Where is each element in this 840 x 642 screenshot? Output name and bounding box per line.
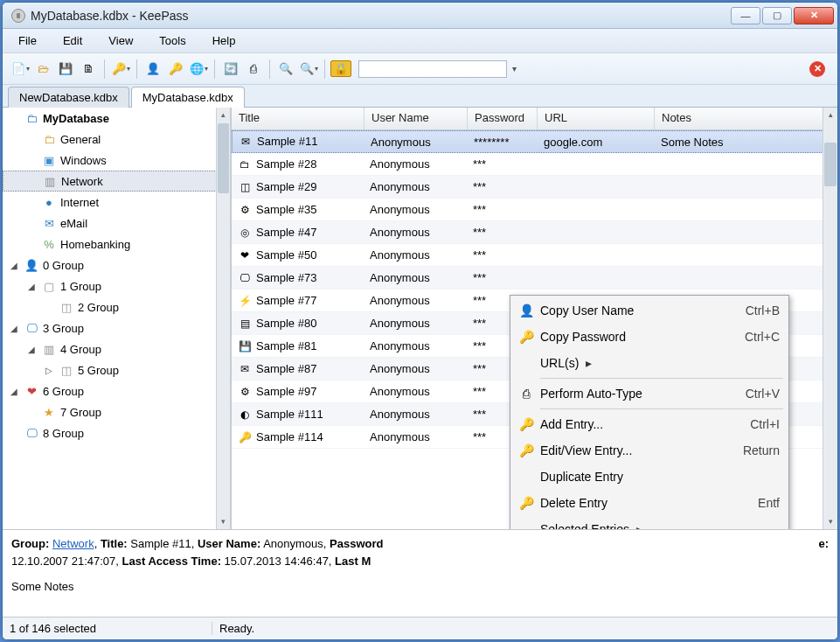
tree-item-label: 1 Group: [60, 280, 101, 293]
entry-icon: ◎: [237, 226, 253, 240]
tree-twisty-icon[interactable]: ◢: [8, 261, 20, 270]
menu-view[interactable]: View: [103, 32, 138, 49]
menu-item-shortcut: Ctrl+B: [746, 304, 780, 318]
url-button[interactable]: 🌐: [188, 59, 209, 80]
tree-twisty-icon[interactable]: ▷: [43, 366, 55, 375]
tab-mydatabase[interactable]: MyDatabase.kdbx: [131, 87, 245, 108]
tree-item[interactable]: ◢👤0 Group: [3, 255, 231, 276]
col-password[interactable]: Password: [468, 108, 538, 129]
menu-item-label: Copy User Name: [540, 304, 746, 318]
tree-twisty-icon[interactable]: ◢: [8, 324, 20, 333]
menu-item[interactable]: 🔑Copy PasswordCtrl+C: [512, 324, 787, 350]
entry-user: Anonymous: [364, 157, 468, 171]
save-button[interactable]: 💾: [55, 59, 76, 80]
col-title[interactable]: Title: [232, 108, 364, 129]
detail-group-link[interactable]: Network: [52, 537, 94, 550]
new-db-button[interactable]: 📄: [10, 59, 31, 80]
menu-item[interactable]: 🔑Add Entry...Ctrl+I: [512, 411, 787, 437]
maximize-button[interactable]: ▢: [762, 7, 792, 24]
tree-item[interactable]: ●Internet: [3, 192, 231, 213]
titlebar[interactable]: MyDatabase.kdbx - KeePass — ▢ ✕: [3, 3, 837, 29]
close-button[interactable]: ✕: [794, 7, 834, 24]
search-input[interactable]: [358, 60, 507, 78]
find-drop-button[interactable]: 🔍: [298, 59, 319, 80]
tree-item-label: Internet: [60, 196, 99, 209]
tree-item[interactable]: ◢🖵3 Group: [3, 318, 231, 338]
menu-file[interactable]: File: [13, 32, 42, 49]
scroll-up-icon[interactable]: ▴: [217, 108, 230, 122]
tree-item-icon: ▢: [41, 278, 57, 294]
entry-icon: ❤: [237, 248, 253, 262]
entry-row[interactable]: ❤Sample #50Anonymous***: [232, 244, 837, 267]
scroll-up-icon[interactable]: ▴: [823, 108, 837, 122]
context-menu: 👤Copy User NameCtrl+B🔑Copy PasswordCtrl+…: [510, 295, 789, 529]
scroll-down-icon[interactable]: ▾: [823, 514, 837, 529]
menu-help[interactable]: Help: [207, 32, 241, 49]
save-all-button[interactable]: 🗎: [78, 59, 99, 80]
autotype-nav-button[interactable]: 🔄: [220, 59, 241, 80]
find-button[interactable]: 🔍: [275, 59, 296, 80]
col-url[interactable]: URL: [538, 108, 655, 129]
scroll-thumb[interactable]: [824, 143, 837, 186]
tree-item-icon: 🗀: [41, 131, 57, 147]
tree-item-label: 5 Group: [78, 364, 119, 377]
tree-scrollbar[interactable]: ▴ ▾: [216, 108, 231, 529]
tree-item[interactable]: ◢▥4 Group: [3, 338, 231, 359]
col-user[interactable]: User Name: [364, 108, 468, 129]
menu-item[interactable]: URL(s): [512, 350, 787, 376]
menu-item[interactable]: 🔑Edit/View Entry...Return: [512, 437, 787, 464]
group-tree[interactable]: 🗀MyDatabase🗀General▣Windows▥Network●Inte…: [3, 108, 232, 529]
menu-item[interactable]: Duplicate Entry: [512, 464, 787, 490]
key-button[interactable]: 🔑: [110, 59, 131, 80]
copy-user-button[interactable]: 👤: [142, 59, 163, 80]
tree-item[interactable]: 🗀MyDatabase: [3, 108, 231, 129]
menu-item[interactable]: 👤Copy User NameCtrl+B: [512, 297, 787, 324]
list-scrollbar[interactable]: ▴ ▾: [823, 108, 837, 529]
tree-item-icon: 🖵: [24, 320, 39, 336]
menubar: File Edit View Tools Help: [3, 29, 837, 53]
tree-item[interactable]: ◫2 Group: [3, 297, 231, 318]
tree-item[interactable]: ▣Windows: [3, 150, 231, 171]
autotype-button[interactable]: ⎙: [243, 59, 264, 80]
entry-row[interactable]: ⚙Sample #35Anonymous***: [232, 199, 837, 221]
entry-title: Sample #29: [256, 180, 316, 193]
tree-item[interactable]: 🗀General: [3, 129, 231, 150]
tree-item[interactable]: %Homebanking: [3, 234, 231, 255]
minimize-button[interactable]: —: [731, 7, 760, 24]
tree-twisty-icon[interactable]: ◢: [8, 387, 20, 396]
tree-item[interactable]: ◢❤6 Group: [3, 380, 231, 401]
scroll-thumb[interactable]: [218, 123, 229, 193]
clear-button[interactable]: ✕: [809, 61, 825, 77]
col-notes[interactable]: Notes: [655, 108, 837, 129]
detail-user-value: Anonymous: [263, 537, 323, 550]
entry-user: Anonymous: [364, 271, 468, 284]
entry-icon: ⚙: [237, 385, 253, 399]
entry-row[interactable]: 🖵Sample #73Anonymous***: [232, 267, 837, 290]
menu-item[interactable]: Selected Entries: [512, 516, 787, 529]
entry-row[interactable]: ◎Sample #47Anonymous***: [232, 221, 837, 244]
entry-row[interactable]: 🗀Sample #28Anonymous***: [232, 153, 837, 176]
scroll-down-icon[interactable]: ▾: [217, 514, 230, 529]
menu-item[interactable]: 🔑Delete EntryEntf: [512, 490, 787, 516]
tree-item[interactable]: ▥Network: [3, 171, 231, 192]
tree-item[interactable]: ◢▢1 Group: [3, 276, 231, 297]
tree-item[interactable]: 🖵8 Group: [3, 422, 231, 443]
entry-password: ***: [468, 180, 538, 193]
open-button[interactable]: 🗁: [32, 59, 53, 80]
menu-item[interactable]: ⎙Perform Auto-TypeCtrl+V: [512, 380, 787, 407]
menu-edit[interactable]: Edit: [58, 32, 87, 49]
tree-item[interactable]: ▷◫5 Group: [3, 359, 231, 380]
status-selection: 1 of 146 selected: [3, 622, 212, 635]
entry-row[interactable]: ◫Sample #29Anonymous***: [232, 176, 837, 199]
lock-button[interactable]: 🔒: [330, 59, 351, 80]
tree-item[interactable]: ★7 Group: [3, 401, 231, 422]
entry-row[interactable]: ✉Sample #11Anonymous********google.comSo…: [232, 130, 837, 153]
copy-pass-button[interactable]: 🔑: [165, 59, 186, 80]
tree-twisty-icon[interactable]: ◢: [25, 345, 38, 354]
menu-tools[interactable]: Tools: [154, 32, 191, 49]
search-drop-icon[interactable]: ▾: [512, 64, 517, 73]
tree-item[interactable]: ✉eMail: [3, 213, 231, 234]
tab-newdatabase[interactable]: NewDatabase.kdbx: [8, 87, 129, 108]
entry-notes: Some Notes: [656, 136, 837, 149]
tree-twisty-icon[interactable]: ◢: [25, 282, 38, 291]
